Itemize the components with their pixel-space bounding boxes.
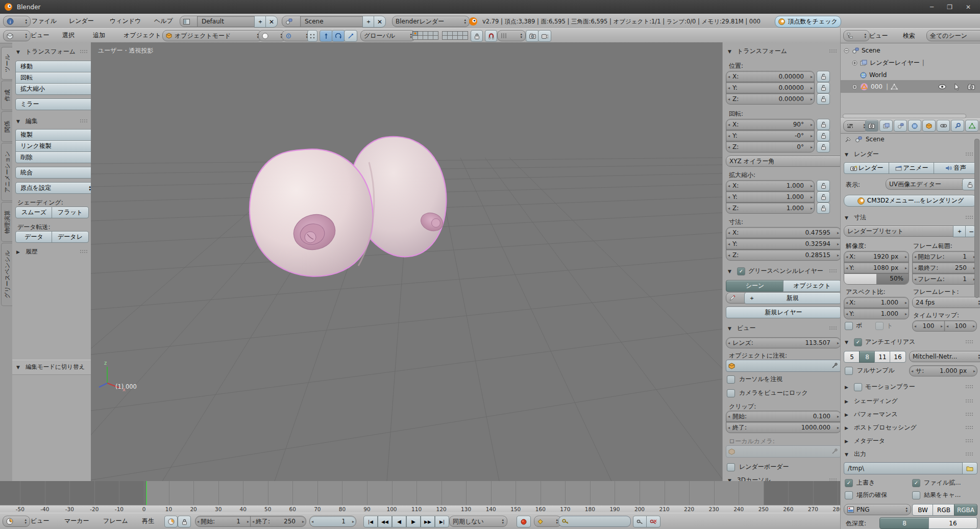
lock-cursor-checkbox[interactable] — [727, 375, 735, 384]
render-animation-button[interactable]: アニメー — [889, 162, 935, 174]
remap-old-field[interactable]: ◂100▸ — [912, 320, 945, 332]
loc-x-field[interactable]: ◂X:0.00000▸ — [726, 71, 815, 82]
rotation-mode-selector[interactable]: XYZ オイラー角▴▾ — [726, 156, 841, 167]
output-browse-button[interactable] — [962, 462, 977, 474]
loc-y-field[interactable]: ◂Y:0.00000▸ — [726, 82, 815, 93]
render-opengl-button[interactable] — [526, 30, 539, 42]
placeholders-checkbox[interactable] — [845, 491, 853, 499]
rot-y-field[interactable]: ◂Y:-0°▸ — [726, 130, 815, 141]
local-camera-field[interactable] — [726, 445, 841, 458]
outliner-row-world[interactable]: World — [860, 69, 978, 81]
sync-mode-selector[interactable]: 同期しない▴▾ — [449, 516, 507, 527]
panel-drag-handle[interactable] — [829, 269, 837, 273]
frame-step-field[interactable]: ◂フレーム:1▸ — [912, 273, 977, 285]
snap-element-selector[interactable]: ▴▾ — [497, 30, 526, 41]
outliner-row-render-layers[interactable]: レンダーレイヤー| — [852, 57, 978, 69]
properties-vscrollbar[interactable] — [974, 139, 979, 298]
aspect-x-field[interactable]: ◂X:1.000▸ — [844, 297, 909, 308]
render-border-row[interactable]: レンダーボーダー — [727, 463, 789, 471]
tab-object-data[interactable] — [965, 120, 978, 132]
tab-scene[interactable] — [894, 120, 907, 132]
menu-add[interactable]: 追加 — [88, 29, 110, 42]
breadcrumb-scene[interactable]: Scene — [866, 136, 885, 143]
selectability-cursor-icon[interactable] — [954, 84, 960, 90]
tab-create[interactable]: 作成 — [1, 81, 13, 110]
delete-scene-button[interactable]: ✕ — [374, 16, 386, 28]
motion-blur-section-header[interactable]: ▶モーションブラー — [845, 383, 973, 391]
menu-object[interactable]: オブジェクト — [118, 29, 166, 42]
lens-field[interactable]: ◂レンズ:113.507▸ — [726, 337, 841, 348]
cursor3d-section-header[interactable]: ▼3Dカーソル — [728, 476, 837, 481]
view-section-header[interactable]: ▼ビュー — [728, 324, 837, 333]
clip-start-field[interactable]: ◂開始:0.100▸ — [726, 411, 841, 422]
rot-x-field[interactable]: ◂X:90°▸ — [726, 119, 815, 130]
scale-x-field[interactable]: ◂X:1.000▸ — [726, 180, 815, 191]
menu-help[interactable]: ヘルプ — [149, 14, 178, 28]
loc-z-field[interactable]: ◂Z:0.00000▸ — [726, 93, 815, 105]
tab-animation[interactable]: アニメーション — [1, 143, 13, 201]
render-preset-selector[interactable]: レンダープリセット▴▾ — [844, 225, 960, 237]
border-row[interactable]: ボト — [845, 321, 893, 330]
layer-grid-right[interactable] — [442, 31, 469, 40]
minimize-button[interactable]: ─ — [930, 4, 934, 11]
full-sample-checkbox[interactable] — [845, 367, 853, 375]
overwrite-row[interactable]: ✓上書き — [845, 478, 875, 487]
tab-relations[interactable]: 関係 — [1, 111, 13, 142]
transform-orientation-selector[interactable]: グローバル ▴▾ — [360, 30, 415, 41]
color-depth-16[interactable]: 16 — [928, 517, 977, 529]
rot-z-lock-button[interactable] — [817, 141, 830, 153]
post-processing-section-header[interactable]: ▶ポストプロセッシング — [845, 423, 973, 432]
panel-drag-handle[interactable] — [80, 249, 88, 254]
loc-y-lock-button[interactable] — [817, 82, 830, 93]
manipulator-scale-toggle[interactable] — [344, 30, 357, 42]
rot-x-lock-button[interactable] — [817, 119, 830, 130]
resolution-x-field[interactable]: ◂X:1920 px▸ — [844, 251, 909, 262]
render-still-button[interactable]: レンダー — [844, 162, 890, 174]
npanel-transform-header[interactable]: ▼トランスフォーム — [728, 47, 837, 56]
tab-grease-pencil[interactable]: グリースペンシル — [1, 243, 13, 306]
jump-to-end-button[interactable]: ▶| — [435, 516, 449, 527]
panel-drag-handle[interactable] — [965, 399, 973, 404]
preset-add-button[interactable]: ＋ — [953, 225, 966, 237]
lock-to-scene-toggle[interactable] — [471, 30, 483, 42]
scale-button[interactable]: 拡大縮小 — [15, 83, 93, 95]
snap-toggle[interactable] — [485, 30, 497, 42]
clip-end-field[interactable]: ◂終了:1000.000▸ — [726, 422, 841, 433]
frame-end-field[interactable]: ◂最終フ:250▸ — [912, 262, 977, 273]
frame-start-field[interactable]: ◂開始:1▸ — [195, 516, 251, 527]
timeline-menu-marker[interactable]: マーカー — [59, 514, 94, 528]
resolution-y-field[interactable]: ◂Y:1080 px▸ — [844, 262, 909, 273]
color-mode-rgb[interactable]: RGB — [933, 504, 955, 516]
transfer-data-layout-button[interactable]: データレ — [52, 231, 89, 243]
render-display-selector[interactable]: UV画像エディター▴▾ — [886, 179, 967, 190]
scale-y-lock-button[interactable] — [817, 191, 830, 203]
aa-enabled-checkbox[interactable]: ✓ — [854, 338, 862, 346]
gp-enabled-checkbox[interactable]: ✓ — [737, 267, 745, 275]
delete-layout-button[interactable]: ✕ — [265, 16, 278, 28]
aa-filter-selector[interactable]: Mitchell-Netr...▴▾ — [909, 351, 980, 362]
play-reverse-button[interactable]: ◀ — [392, 516, 406, 527]
cm3d2-render-button[interactable]: CM3D2メニュー...をレンダリング — [844, 195, 977, 207]
panel-drag-handle[interactable] — [965, 385, 973, 389]
outliner-menu-search[interactable]: 検索 — [898, 29, 920, 43]
dimensions-section-header[interactable]: ▼寸法 — [845, 213, 973, 222]
metadata-section-header[interactable]: ▶メタデータ — [845, 437, 973, 445]
aspect-y-field[interactable]: ◂Y:1.000▸ — [844, 308, 909, 319]
tab-object[interactable] — [922, 120, 936, 132]
jump-to-start-button[interactable]: |◀ — [363, 516, 378, 527]
dim-y-field[interactable]: ◂Y:0.32594▸ — [726, 238, 841, 249]
timeline-menu-frame[interactable]: フレーム — [98, 514, 133, 528]
layer-grid-left[interactable] — [412, 31, 439, 40]
set-origin-button[interactable]: 原点を設定▴▾ — [15, 182, 93, 194]
menu-select[interactable]: 選択 — [57, 29, 80, 42]
add-layout-button[interactable]: ＋ — [254, 16, 266, 28]
scale-z-lock-button[interactable] — [817, 203, 830, 214]
tab-modifiers[interactable] — [951, 120, 964, 132]
close-button[interactable]: ✕ — [966, 4, 971, 11]
menu-file[interactable]: ファイル — [27, 14, 62, 28]
overwrite-checkbox[interactable]: ✓ — [845, 479, 853, 487]
edit-section-header[interactable]: ▼編集 — [16, 117, 88, 125]
menu-window[interactable]: ウィンドウ — [105, 14, 146, 28]
active-keying-set-field[interactable] — [558, 516, 631, 527]
current-frame-marker[interactable] — [146, 481, 147, 505]
